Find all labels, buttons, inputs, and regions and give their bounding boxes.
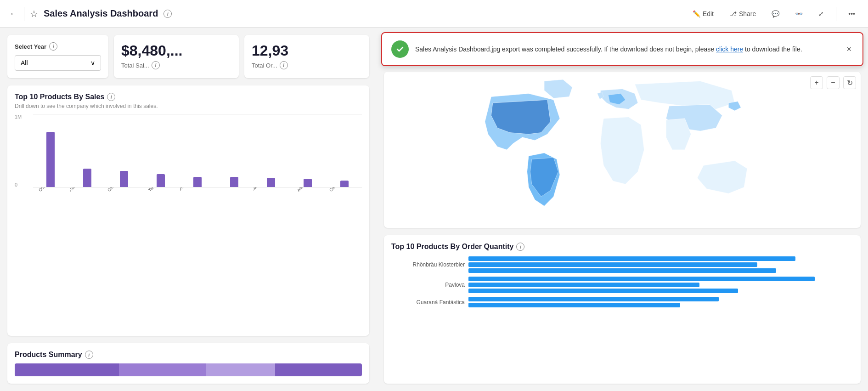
total-sales-label: Total Sal... i — [121, 61, 231, 69]
hbar-bars-container — [468, 277, 853, 293]
notification-text: Sales Analysis Dashboard.jpg export was … — [415, 45, 838, 54]
summary-bar-segment — [119, 363, 206, 376]
hbar-bar — [468, 256, 795, 261]
map-zoom-in-button[interactable]: + — [810, 76, 823, 89]
hbar-row-label: Guaraná Fantástica — [391, 299, 465, 306]
hbar-title: Top 10 Products By Order Quantity i — [391, 243, 853, 251]
summary-bar-segment — [206, 363, 275, 376]
expand-button[interactable]: ⤢ — [815, 8, 828, 20]
edit-icon: ✏️ — [693, 10, 700, 17]
bar-label-item: Gnocchi di nonna Alice — [180, 187, 215, 224]
chart-info-icon[interactable]: i — [107, 93, 115, 101]
map-controls: + − ↻ — [810, 76, 856, 89]
top-cards-row: Select Year i All ∨ $8,480,... Total Sal… — [7, 35, 369, 78]
products-summary-card: Products Summary i — [7, 343, 369, 384]
left-panel: Select Year i All ∨ $8,480,... Total Sal… — [0, 28, 377, 391]
hbar-rows: Rhönbräu KlosterbierPavlovaGuaraná Fantá… — [391, 256, 853, 307]
select-year-text: Select Year — [15, 43, 46, 50]
header-right: ✏️ Edit ⎇ Share 💬 👓 ⤢ ••• — [689, 7, 859, 21]
back-button[interactable]: ← — [9, 8, 18, 19]
hbar-bar — [468, 283, 699, 287]
click-here-link[interactable]: click here — [716, 45, 743, 53]
header-divider-2 — [836, 7, 836, 21]
total-orders-info-icon[interactable]: i — [280, 61, 288, 69]
filter-info-icon[interactable]: i — [49, 42, 57, 51]
success-icon — [391, 40, 409, 58]
hbar-row-label: Rhönbräu Klosterbier — [391, 261, 465, 268]
title-info-icon[interactable]: i — [163, 10, 172, 18]
hbar-bars-container — [468, 297, 853, 307]
top-products-chart-card: Top 10 Products By Sales i Drill down to… — [7, 85, 369, 336]
bar-chart-y-axis: 1M 0 — [15, 114, 31, 187]
bar-item[interactable] — [107, 171, 141, 187]
hbar-bar — [468, 277, 815, 281]
bar-label-item: Manjimup Dried Apples — [254, 187, 288, 224]
bar-item[interactable] — [327, 181, 362, 187]
y-label-top: 1M — [15, 114, 31, 119]
hbar-row: Guaraná Fantástica — [391, 297, 853, 307]
summary-bar — [15, 363, 362, 376]
bar-item[interactable] — [143, 174, 178, 187]
bar-item[interactable] — [33, 132, 68, 187]
bar-chart-area — [33, 114, 362, 187]
share-label: Share — [739, 10, 756, 17]
notification-banner: Sales Analysis Dashboard.jpg export was … — [381, 32, 863, 66]
glasses-icon: 👓 — [795, 10, 803, 17]
chart-title: Top 10 Products By Sales i — [15, 93, 362, 101]
world-map[interactable] — [384, 72, 861, 228]
summary-info-icon[interactable]: i — [85, 351, 93, 359]
bar-label-item: Alice Mutton — [290, 187, 325, 224]
bar-item[interactable] — [254, 178, 288, 187]
bar-label-item: Camembert Pierrot — [107, 187, 141, 224]
share-button[interactable]: ⎇ Share — [726, 8, 760, 20]
main-content: Select Year i All ∨ $8,480,... Total Sal… — [0, 28, 868, 391]
map-card: + − ↻ — [384, 72, 861, 228]
year-dropdown[interactable]: All ∨ — [15, 55, 101, 71]
bar-item[interactable] — [290, 179, 325, 187]
comment-icon: 💬 — [772, 10, 779, 17]
hbar-row-label: Pavlova — [391, 282, 465, 288]
expand-icon: ⤢ — [818, 10, 824, 17]
svg-point-0 — [395, 44, 405, 54]
edit-button[interactable]: ✏️ Edit — [689, 8, 717, 20]
star-button[interactable]: ☆ — [30, 8, 38, 19]
total-orders-card: 12,93 Total Or... i — [244, 35, 369, 78]
total-sales-info-icon[interactable]: i — [152, 61, 160, 69]
glasses-button[interactable]: 👓 — [791, 8, 806, 20]
bar-item[interactable] — [70, 169, 105, 187]
map-refresh-button[interactable]: ↻ — [843, 76, 856, 89]
bar-label-item: Tarte au sucre — [143, 187, 178, 224]
top-products-quantity-card: Top 10 Products By Order Quantity i Rhön… — [384, 235, 861, 384]
summary-bar-segment — [275, 363, 362, 376]
chart-subtitle: Drill down to see the company which invo… — [15, 103, 362, 109]
chevron-down-icon: ∨ — [90, 59, 95, 67]
more-icon: ••• — [848, 10, 855, 17]
year-value: All — [21, 59, 28, 67]
bar-item[interactable] — [180, 177, 215, 187]
bar-labels-row: Côte de BlayeRaclette CourdavaultCamembe… — [33, 187, 362, 224]
notif-message-before: Sales Analysis Dashboard.jpg export was … — [415, 45, 716, 53]
products-summary-title: Products Summary i — [15, 351, 362, 359]
hbar-bar — [468, 268, 776, 273]
hbar-bar — [468, 289, 738, 293]
bar-label-item: Raclette Courdavault — [70, 187, 105, 224]
hbar-info-icon[interactable]: i — [516, 243, 524, 251]
hbar-row: Rhönbräu Klosterbier — [391, 256, 853, 273]
more-button[interactable]: ••• — [845, 8, 859, 20]
bar-label-item: Carnarvon Tige… — [327, 187, 362, 224]
total-orders-label: Total Or... i — [252, 61, 362, 69]
notif-message-after: to download the file. — [743, 45, 802, 53]
right-panel: Sales Analysis Dashboard.jpg export was … — [377, 28, 868, 391]
map-zoom-out-button[interactable]: − — [827, 76, 840, 89]
hbar-row: Pavlova — [391, 277, 853, 293]
edit-label: Edit — [703, 10, 714, 17]
hbar-bar — [468, 262, 757, 267]
summary-bar-segment — [15, 363, 119, 376]
bar-label-item: NuNuCa Nuß-Nougat-Creme — [217, 187, 252, 224]
comment-button[interactable]: 💬 — [768, 8, 783, 20]
notification-close-button[interactable]: × — [845, 43, 853, 55]
hbar-bars-container — [468, 256, 853, 273]
bar-item[interactable] — [217, 177, 252, 187]
select-year-label: Select Year i — [15, 42, 101, 51]
header: ← ☆ Sales Analysis Dashboard i ✏️ Edit ⎇… — [0, 0, 868, 28]
